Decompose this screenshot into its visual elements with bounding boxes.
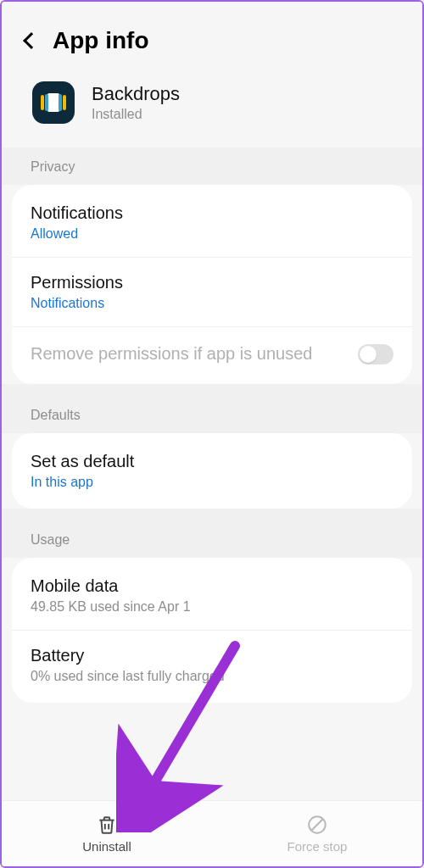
bottom-bar: Uninstall Force stop (2, 800, 422, 866)
trash-icon (96, 814, 118, 836)
row-title: Remove permissions if app is unused (31, 342, 393, 365)
row-value: 49.85 KB used since Apr 1 (31, 599, 393, 615)
row-permissions[interactable]: Permissions Notifications (12, 257, 412, 326)
app-header: Backdrops Installed (2, 75, 422, 147)
row-value: Notifications (31, 296, 393, 311)
back-icon[interactable] (23, 32, 40, 49)
page-title: App info (53, 27, 149, 54)
force-stop-label: Force stop (287, 839, 348, 854)
row-value: Allowed (31, 226, 393, 242)
section-label-usage: Usage (2, 520, 422, 558)
row-notifications[interactable]: Notifications Allowed (12, 188, 412, 257)
row-title: Permissions (31, 273, 393, 292)
row-title: Mobile data (31, 576, 393, 596)
row-set-default[interactable]: Set as default In this app (12, 437, 412, 505)
uninstall-label: Uninstall (82, 839, 131, 854)
row-title: Set as default (31, 452, 393, 471)
section-label-privacy: Privacy (2, 147, 422, 185)
toggle-remove-permissions[interactable] (358, 344, 393, 364)
card-defaults: Set as default In this app (12, 433, 412, 509)
app-status: Installed (92, 107, 180, 122)
force-stop-button[interactable]: Force stop (212, 801, 422, 866)
section-label-defaults: Defaults (2, 396, 422, 433)
forbid-icon (306, 814, 328, 836)
card-privacy: Notifications Allowed Permissions Notifi… (12, 185, 412, 384)
row-mobile-data[interactable]: Mobile data 49.85 KB used since Apr 1 (12, 561, 412, 630)
row-value: In this app (31, 475, 393, 490)
row-value: 0% used since last fully charged (31, 669, 393, 684)
row-title: Battery (31, 646, 393, 665)
row-remove-permissions[interactable]: Remove permissions if app is unused (12, 326, 412, 381)
row-title: Notifications (31, 203, 393, 223)
uninstall-button[interactable]: Uninstall (2, 801, 212, 866)
card-usage: Mobile data 49.85 KB used since Apr 1 Ba… (12, 558, 412, 703)
app-icon (32, 81, 75, 124)
app-name: Backdrops (92, 83, 180, 105)
row-battery[interactable]: Battery 0% used since last fully charged (12, 630, 412, 699)
